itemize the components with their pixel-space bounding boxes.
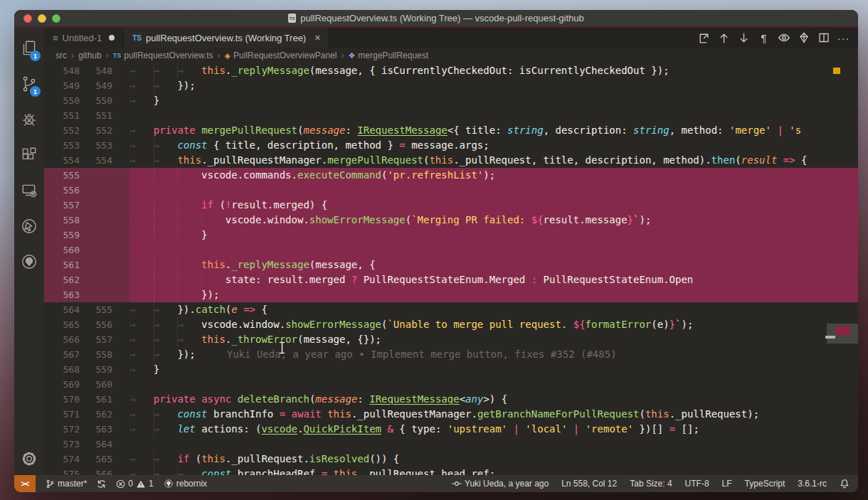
code-line[interactable]: 564555→→}).catch(e => {: [44, 302, 858, 317]
breadcrumb-item[interactable]: src: [55, 50, 67, 60]
code-line[interactable]: 575566→→→const branchHeadRef = this._pul…: [44, 467, 858, 475]
close-window-button[interactable]: [23, 14, 32, 23]
code-line[interactable]: 569560: [44, 377, 858, 392]
code-line[interactable]: 565556→→→vscode.window.showErrorMessage(…: [44, 317, 858, 332]
sidebar-item-extensions[interactable]: [14, 137, 44, 173]
tab-size-status[interactable]: Tab Size: 4: [630, 479, 672, 489]
split-editor-button[interactable]: [815, 29, 832, 46]
line-numbers: 550550: [44, 93, 129, 108]
window-title-group: TS pullRequestOverview.ts (Working Tree)…: [288, 13, 584, 23]
whitespace-tab-arrow: →: [154, 198, 178, 213]
code-line[interactable]: 574565→→if (this._pullRequest.isResolved…: [44, 452, 858, 467]
whitespace-tab-arrow: →: [129, 228, 154, 243]
line-blame-status[interactable]: Yuki Ueda, a year ago: [452, 479, 549, 489]
line-numbers: 575566: [44, 467, 129, 475]
editor[interactable]: 548548→→→this._replyMessage(message, { i…: [44, 63, 858, 475]
code-line[interactable]: 571562→→const branchInfo = await this._p…: [44, 407, 858, 422]
tab-pull-request-overview[interactable]: TS pullRequestOverview.ts (Working Tree)…: [124, 28, 329, 48]
whitespace-tab-arrow: →: [154, 153, 178, 168]
zoom-window-button[interactable]: [52, 14, 60, 23]
code-line[interactable]: 552552→private mergePullRequest(message:…: [44, 123, 858, 138]
open-file-button[interactable]: [695, 29, 713, 46]
sidebar-item-live-share[interactable]: [14, 208, 44, 244]
title-bar[interactable]: TS pullRequestOverview.ts (Working Tree)…: [14, 10, 858, 28]
previous-change-button[interactable]: [715, 29, 733, 46]
code-line[interactable]: 573564: [44, 437, 858, 452]
sidebar-item-source-control[interactable]: 1: [14, 66, 44, 102]
sidebar-item-remote-explorer[interactable]: [14, 173, 44, 208]
whitespace-tab-arrow: →: [129, 287, 154, 302]
code-line[interactable]: 553553→→const { title, description, meth…: [44, 138, 858, 153]
notifications-button[interactable]: [840, 479, 850, 489]
code-line[interactable]: 554554→→this._pullRequestManager.mergePu…: [44, 153, 858, 168]
language-mode-status[interactable]: TypeScript: [745, 479, 785, 489]
sidebar-item-github[interactable]: [14, 244, 44, 280]
github-account-status[interactable]: rebornix: [164, 479, 207, 489]
sync-status[interactable]: [97, 479, 106, 489]
whitespace-tab-arrow: →: [129, 138, 154, 153]
code-line[interactable]: 551551: [44, 108, 858, 123]
code-line[interactable]: 563→→→});: [44, 287, 858, 302]
whitespace-tab-arrow: →: [129, 467, 154, 475]
whitespace-tab-arrow: →: [201, 213, 226, 228]
whitespace-tab-arrow: →: [129, 317, 154, 332]
dirty-indicator[interactable]: [109, 35, 115, 41]
breadcrumb-item[interactable]: ◈PullRequestOverviewPanel: [225, 50, 337, 60]
more-actions-button[interactable]: ···: [835, 29, 852, 46]
whitespace-tab-arrow: →: [177, 198, 201, 213]
minimize-window-button[interactable]: [38, 14, 46, 23]
code-line[interactable]: 558→→→→vscode.window.showErrorMessage(`M…: [44, 213, 858, 228]
next-change-button[interactable]: [735, 29, 753, 46]
whitespace-tab-arrow: →: [154, 78, 178, 93]
sidebar-item-explorer[interactable]: 1: [14, 31, 44, 66]
toggle-whitespace-button[interactable]: ¶: [755, 29, 773, 46]
settings-gear-button[interactable]: [14, 442, 44, 475]
close-tab-icon[interactable]: ×: [314, 32, 320, 43]
eol-status[interactable]: LF: [722, 479, 732, 489]
whitespace-tab-arrow: →: [177, 257, 201, 272]
octocat-icon: [164, 479, 174, 489]
whitespace-tab-arrow: →: [129, 452, 154, 467]
editor-lines: 548548→→→this._replyMessage(message, { i…: [44, 63, 858, 475]
breadcrumb-item[interactable]: ❖mergePullRequest: [348, 50, 428, 60]
code-line[interactable]: 568559→}: [44, 362, 858, 377]
line-numbers: 560: [44, 243, 129, 257]
code-line[interactable]: 570561→private async deleteBranch(messag…: [44, 392, 858, 407]
branch-name: master*: [58, 479, 87, 489]
sync-icon: [97, 479, 106, 489]
code-line[interactable]: 555→→→vscode.commands.executeCommand('pr…: [44, 168, 858, 183]
code-line[interactable]: 548548→→→this._replyMessage(message, { i…: [44, 63, 858, 78]
line-numbers: 558: [44, 213, 129, 228]
whitespace-tab-arrow: →: [154, 138, 178, 153]
scrollbar-decoration[interactable]: [827, 324, 858, 344]
whitespace-tab-arrow: →: [129, 63, 154, 78]
whitespace-tab-arrow: →: [129, 422, 154, 437]
whitespace-tab-arrow: →: [129, 153, 154, 168]
cursor-position-status[interactable]: Ln 558, Col 12: [561, 479, 617, 489]
toggle-file-blame-button[interactable]: [775, 29, 793, 46]
code-line[interactable]: 562→→→→state: result.merged ? PullReques…: [44, 272, 858, 287]
breadcrumb-item[interactable]: github: [78, 50, 102, 60]
branch-status[interactable]: master*: [46, 479, 87, 489]
problems-status[interactable]: 0 1: [116, 479, 153, 489]
encoding-status[interactable]: UTF-8: [685, 479, 709, 489]
breadcrumb-separator: ›: [341, 50, 344, 60]
sidebar-item-debug[interactable]: [14, 102, 44, 137]
code-line[interactable]: 550550→}: [44, 93, 858, 108]
breadcrumb-item[interactable]: TSpullRequestOverview.ts: [113, 50, 213, 60]
remote-explorer-icon: [20, 181, 38, 200]
code-line[interactable]: 561→→→this._replyMessage(message, {: [44, 257, 858, 272]
typescript-version-status[interactable]: 3.6.1-rc: [798, 479, 827, 489]
code-line[interactable]: 556: [44, 183, 858, 198]
code-line[interactable]: 560: [44, 243, 858, 257]
code-line[interactable]: 566557→→→this._throwError(message, {});: [44, 332, 858, 347]
tab-untitled[interactable]: ≡ Untitled-1: [44, 28, 124, 48]
code-line[interactable]: 567558→→});Yuki Ueda, a year ago • Imple…: [44, 347, 858, 362]
code-line[interactable]: 549549→→});: [44, 78, 858, 93]
remote-indicator[interactable]: ><: [14, 475, 36, 492]
whitespace-tab-arrow: →: [177, 332, 201, 347]
code-line[interactable]: 572563→→let actions: (vscode.QuickPickIt…: [44, 422, 858, 437]
code-line[interactable]: 559→→→}: [44, 228, 858, 243]
gitlens-button[interactable]: [795, 29, 813, 46]
code-line[interactable]: 557→→→if (!result.merged) {: [44, 198, 858, 213]
